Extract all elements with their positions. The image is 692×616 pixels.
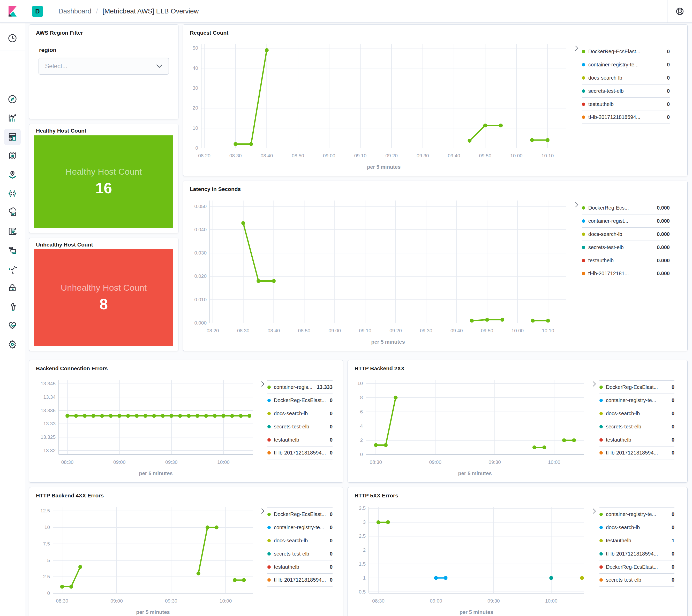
legend-item[interactable]: DockerReg-EcsElast...0 bbox=[600, 380, 674, 394]
legend-value: 0 bbox=[330, 577, 333, 583]
legend-item[interactable]: tf-lb-2017121818594...0 bbox=[600, 547, 674, 560]
sidebar-item-visualize[interactable] bbox=[4, 110, 21, 126]
legend-label: tf-lb-2017121818594... bbox=[588, 114, 664, 120]
legend-item[interactable]: docs-search-lb0 bbox=[600, 407, 674, 420]
legend-expand-button[interactable] bbox=[571, 201, 582, 208]
legend-expand-button[interactable] bbox=[258, 508, 267, 514]
cloud-server-icon bbox=[7, 207, 17, 217]
legend-item[interactable]: container-registry-te...0 bbox=[600, 394, 674, 407]
legend-value: 0 bbox=[330, 564, 333, 570]
legend-item[interactable]: tf-lb-2017121818594...0 bbox=[267, 446, 333, 459]
legend-label: container-registry-te... bbox=[588, 62, 664, 68]
legend-item[interactable]: docs-search-lb0 bbox=[600, 521, 674, 534]
dashboard-app-badge[interactable]: D bbox=[32, 6, 43, 17]
legend-item[interactable]: DockerReg-EcsElast...0 bbox=[582, 45, 670, 58]
panel-aws-region-filter: AWS Region Filter region Select... bbox=[29, 24, 179, 119]
http-5xx-errors-chart[interactable]: 0.511.522.533.508:3009:0009:3010:00per 5… bbox=[354, 504, 589, 616]
legend-item[interactable]: secrets-test-elb0 bbox=[600, 420, 674, 433]
legend-item[interactable]: container-regis...13.333 bbox=[267, 380, 333, 394]
svg-text:13.325: 13.325 bbox=[41, 434, 56, 440]
legend-item[interactable]: secrets-test-elb0.000 bbox=[582, 241, 670, 254]
panel-title: HTTP Backend 2XX bbox=[355, 365, 404, 372]
legend-item[interactable]: testauthelb0.000 bbox=[582, 254, 670, 267]
legend-item[interactable]: testauthelb0 bbox=[600, 433, 674, 446]
legend-item[interactable]: docs-search-lb0 bbox=[267, 534, 333, 547]
legend-item[interactable]: secrets-test-elb0 bbox=[267, 547, 333, 560]
legend-item[interactable]: secrets-test-elb0 bbox=[582, 84, 670, 97]
legend-item[interactable]: tf-lb-2017121818594...0 bbox=[582, 111, 670, 124]
sidebar-item-maps[interactable] bbox=[4, 167, 21, 183]
legend-label: secrets-test-elb bbox=[588, 88, 664, 94]
breadcrumb-dashboard-link[interactable]: Dashboard bbox=[59, 7, 91, 15]
panel-title: HTTP Backend 4XX Errors bbox=[36, 492, 104, 499]
legend-item[interactable]: DockerReg-EcsElast...0 bbox=[267, 507, 333, 521]
legend-item[interactable]: testauthelb1 bbox=[600, 534, 674, 547]
legend-item[interactable]: docs-search-lb0.000 bbox=[582, 227, 670, 241]
legend-item[interactable]: container-registry-te...0 bbox=[267, 521, 333, 534]
legend-label: secrets-test-elb bbox=[274, 551, 327, 557]
sidebar-item-machine-learning[interactable] bbox=[4, 185, 21, 202]
legend-value: 0 bbox=[672, 564, 674, 570]
svg-text:0: 0 bbox=[47, 590, 50, 596]
sidebar-item-canvas[interactable] bbox=[4, 148, 21, 164]
legend-label: testauthelb bbox=[588, 101, 664, 107]
legend-color-dot bbox=[582, 206, 585, 210]
legend-label: docs-search-lb bbox=[588, 75, 664, 81]
svg-text:2: 2 bbox=[363, 547, 366, 553]
legend-item[interactable]: DockerReg-Ecs...0.000 bbox=[582, 201, 670, 214]
sidebar-item-discover[interactable] bbox=[4, 91, 21, 108]
legend-item[interactable]: docs-search-lb0 bbox=[582, 71, 670, 84]
sidebar-item-recently-viewed[interactable] bbox=[4, 30, 21, 46]
request-count-chart[interactable]: 0102030405008:2008:3008:4008:5009:0009:1… bbox=[189, 41, 571, 172]
svg-text:13.34: 13.34 bbox=[43, 394, 56, 400]
legend-item[interactable]: DockerReg-EcsElast...0 bbox=[267, 394, 333, 407]
svg-text:08:40: 08:40 bbox=[268, 328, 280, 333]
sidebar-item-management[interactable] bbox=[4, 336, 21, 353]
legend-item[interactable]: container-regist...0.000 bbox=[582, 214, 670, 227]
legend-item[interactable]: tf-lb-201712181...0.000 bbox=[582, 267, 670, 280]
legend-item[interactable]: docs-search-lb0 bbox=[267, 407, 333, 420]
legend-item[interactable]: secrets-test-elb0 bbox=[267, 420, 333, 433]
sidebar-item-dev-tools[interactable] bbox=[4, 299, 21, 315]
legend-expand-button[interactable] bbox=[589, 381, 600, 387]
http-backend-2xx-chart[interactable]: 024681008:3009:0009:3010:00per 5 minutes bbox=[354, 377, 589, 478]
svg-text:6: 6 bbox=[360, 409, 363, 415]
legend-expand-button[interactable] bbox=[571, 45, 582, 51]
sidebar-item-infrastructure[interactable] bbox=[4, 204, 21, 221]
legend-expand-button[interactable] bbox=[258, 381, 267, 387]
legend-color-dot bbox=[267, 451, 271, 455]
svg-text:09:00: 09:00 bbox=[429, 459, 441, 465]
left-nav-sidebar bbox=[0, 23, 25, 616]
legend-value: 0 bbox=[330, 551, 333, 557]
region-select[interactable]: Select... bbox=[39, 58, 169, 75]
sidebar-item-logs[interactable] bbox=[4, 223, 21, 240]
kibana-logo[interactable] bbox=[0, 0, 25, 22]
legend-label: DockerReg-EcsElast... bbox=[274, 511, 327, 517]
panel-title: Backend Connection Errors bbox=[36, 365, 108, 372]
sidebar-item-siem[interactable] bbox=[4, 280, 21, 296]
legend-item[interactable]: container-registry-te...0 bbox=[600, 507, 674, 521]
svg-text:09:30: 09:30 bbox=[488, 459, 501, 465]
latency-chart[interactable]: 0.0000.0100.0200.0300.0400.05008:2008:30… bbox=[189, 197, 571, 347]
sidebar-item-dashboard[interactable] bbox=[4, 129, 21, 145]
sidebar-item-uptime[interactable] bbox=[4, 261, 21, 277]
legend-item[interactable]: testauthelb0 bbox=[267, 433, 333, 446]
legend-item[interactable]: testauthelb0 bbox=[582, 97, 670, 111]
legend-item[interactable]: container-registry-te...0 bbox=[582, 58, 670, 71]
backend-connection-errors-chart[interactable]: 13.3213.32513.3313.33513.3413.34508:3009… bbox=[36, 377, 258, 478]
legend-item[interactable]: secrets-test-elb0 bbox=[600, 573, 674, 587]
legend-color-dot bbox=[267, 438, 271, 442]
legend-item[interactable]: testauthelb0 bbox=[267, 560, 333, 573]
sidebar-item-stack-monitoring[interactable] bbox=[4, 317, 21, 334]
http-backend-4xx-errors-chart[interactable]: 02.557.51012.508:3009:0009:3010:00per 5 … bbox=[36, 504, 258, 616]
sidebar-item-apm[interactable] bbox=[4, 242, 21, 258]
legend-item[interactable]: DockerReg-EcsElast...0 bbox=[600, 560, 674, 573]
svg-text:08:50: 08:50 bbox=[292, 153, 304, 158]
panel-healthy-host-count: Healthy Host Count Healthy Host Count 16 bbox=[29, 124, 179, 233]
legend-expand-button[interactable] bbox=[589, 508, 600, 514]
help-button[interactable] bbox=[667, 0, 692, 22]
legend-value: 0 bbox=[672, 525, 674, 530]
legend-item[interactable]: tf-lb-2017121818594...0 bbox=[600, 446, 674, 459]
legend-color-dot bbox=[600, 539, 603, 542]
legend-item[interactable]: tf-lb-2017121818594...0 bbox=[267, 573, 333, 587]
